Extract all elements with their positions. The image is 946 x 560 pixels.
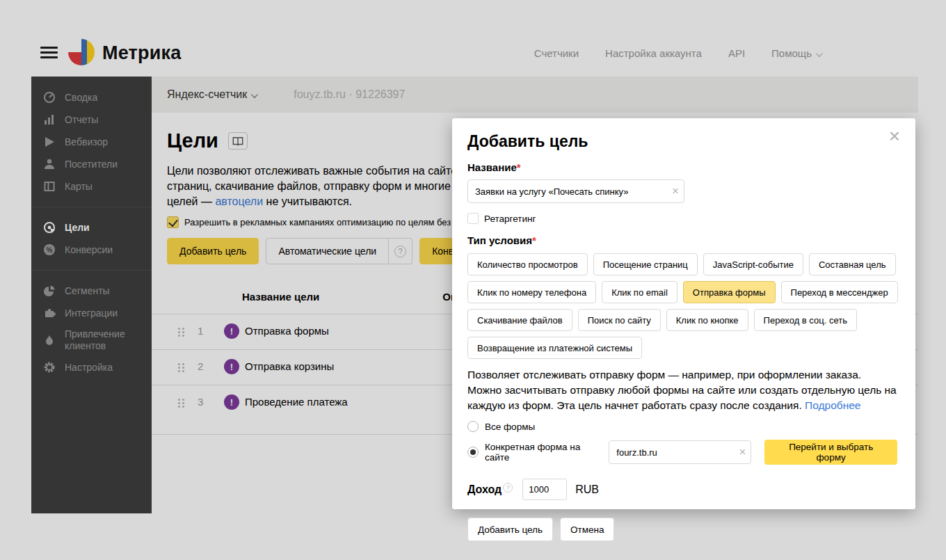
chip-phone-click[interactable]: Клик по номеру телефона bbox=[467, 281, 596, 303]
chip-javascript-event[interactable]: JavaScript-событие bbox=[703, 253, 803, 275]
specific-form-radio[interactable] bbox=[467, 447, 479, 458]
close-icon[interactable]: × bbox=[889, 127, 900, 146]
chip-composite-goal[interactable]: Составная цель bbox=[809, 253, 896, 275]
chip-page-visits[interactable]: Посещение страниц bbox=[593, 253, 698, 275]
income-currency: RUB bbox=[575, 483, 599, 496]
chip-form-submit[interactable]: Отправка формы bbox=[683, 281, 776, 303]
income-label: Доход bbox=[467, 483, 502, 496]
chip-pageviews-count[interactable]: Количество просмотров bbox=[467, 253, 588, 275]
chip-site-search[interactable]: Поиск по сайту bbox=[578, 309, 661, 331]
goal-name-input[interactable] bbox=[467, 179, 684, 203]
all-forms-radio[interactable] bbox=[467, 421, 479, 432]
chip-email-click[interactable]: Клик по email bbox=[602, 281, 678, 303]
chip-payment-return[interactable]: Возвращение из платежной системы bbox=[467, 337, 642, 359]
income-input[interactable] bbox=[522, 479, 567, 500]
chip-social-network[interactable]: Переход в соц. сеть bbox=[754, 309, 857, 331]
modal-title: Добавить цель bbox=[467, 132, 897, 151]
condition-description: Позволяет отслеживать отправку форм — на… bbox=[467, 367, 897, 413]
goto-select-form-button[interactable]: Перейти и выбрать форму bbox=[764, 440, 897, 465]
submit-add-goal-button[interactable]: Добавить цель bbox=[467, 518, 553, 541]
all-forms-label: Все формы bbox=[485, 422, 535, 432]
chip-file-download[interactable]: Скачивание файлов bbox=[467, 309, 572, 331]
cancel-button[interactable]: Отмена bbox=[560, 518, 614, 541]
clear-input-icon[interactable]: × bbox=[739, 445, 746, 459]
condition-type-chips: Количество просмотров Посещение страниц … bbox=[467, 253, 897, 359]
chip-messenger[interactable]: Переход в мессенджер bbox=[781, 281, 898, 303]
income-help-icon[interactable]: ? bbox=[503, 483, 513, 493]
condition-type-label: Тип условия* bbox=[467, 234, 897, 246]
chip-button-click[interactable]: Клик по кнопке bbox=[666, 309, 748, 331]
retargeting-label: Ретаргетинг bbox=[484, 214, 536, 224]
retargeting-checkbox[interactable] bbox=[467, 213, 479, 224]
add-goal-modal: × Добавить цель Название* × Ретаргетинг … bbox=[452, 118, 915, 509]
more-link[interactable]: Подробнее bbox=[805, 399, 860, 411]
name-label: Название* bbox=[467, 161, 897, 173]
specific-form-label: Конкретная форма на сайте bbox=[485, 442, 601, 463]
clear-input-icon[interactable]: × bbox=[672, 184, 679, 198]
form-url-input[interactable] bbox=[609, 440, 751, 464]
